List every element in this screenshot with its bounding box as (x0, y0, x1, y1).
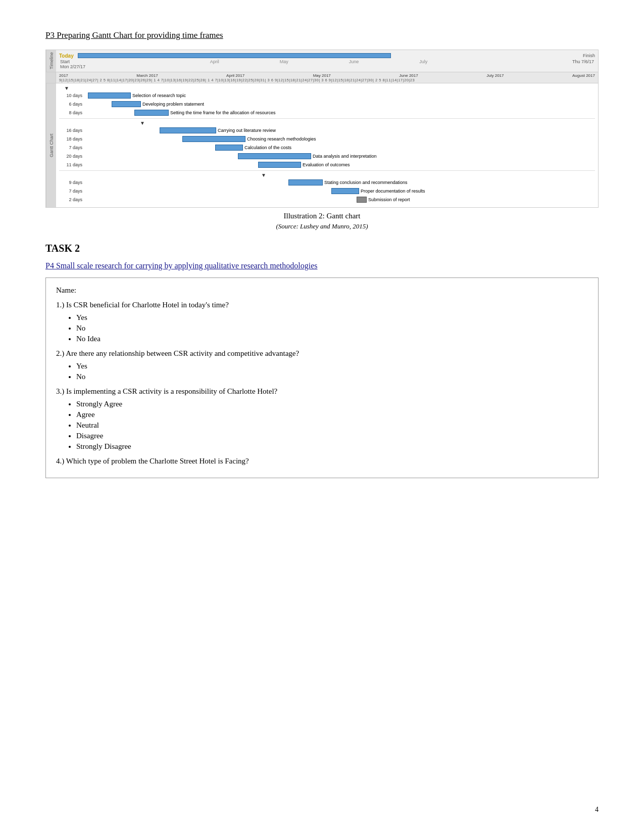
q1-opt-1: Yes (76, 313, 588, 322)
month-may: May (280, 59, 288, 69)
q2-opt-1: Yes (76, 362, 588, 370)
task-2-name: Developing problem statement (142, 102, 204, 107)
task-11-bar (357, 197, 367, 203)
task-row-1: 10 days Selection of research topic (59, 92, 595, 99)
task-8-bar (258, 162, 301, 168)
q4-number: 4.) (56, 457, 64, 465)
task-1-name: Selection of research topic (132, 93, 186, 98)
q3-opt-5: Strongly Disagree (76, 442, 588, 451)
gantt-arrow-mid: ▼ (59, 120, 595, 126)
task-3-bar (134, 110, 169, 116)
source-caption: (Source: Lushey and Munro, 2015) (45, 222, 599, 230)
task-5-days: 18 days (59, 136, 82, 142)
year-label: 2017 (59, 73, 68, 78)
q3-opt-1: Strongly Agree (76, 400, 588, 408)
gantt-separator-1 (59, 118, 595, 119)
month-april: April (210, 59, 219, 69)
start-date: Start Mon 2/27/17 (60, 59, 85, 69)
illustration-caption: Illustration 2: Gantt chart (45, 212, 599, 220)
july-header: July 2017 (486, 73, 504, 78)
q1-opt-3: No Idea (76, 335, 588, 343)
task-row-4: 16 days Carrying out literature review (59, 127, 595, 133)
gantt-header: Timeline Today Finish Start Mon 2/27/17 … (46, 50, 598, 72)
august-header: August 2017 (572, 73, 595, 78)
question-2: 2.) Are there any relationship between C… (56, 349, 588, 358)
task-row-9: 9 days Stating conclusion and recommenda… (59, 179, 595, 186)
task-1-days: 10 days (59, 93, 82, 98)
task-6-bar (215, 145, 243, 151)
task-6-days: 7 days (59, 145, 82, 150)
gantt-arrow-lower: ▼ (59, 172, 595, 178)
question-3: 3.) Is implementing a CSR activity is a … (56, 387, 588, 396)
question-1: 1.) Is CSR beneficial for Charlotte Hote… (56, 301, 588, 309)
timeline-side-label: Timeline (46, 50, 56, 72)
q1-text: Is CSR beneficial for Charlotte Hotel in… (66, 301, 229, 309)
month-july: July (419, 59, 427, 69)
page-number: 4 (595, 806, 599, 814)
task-row-3: 8 days Setting the time frame for the al… (59, 110, 595, 116)
task-row-11: 2 days Submission of report (59, 197, 595, 203)
task2-heading: TASK 2 (45, 243, 599, 254)
q1-options: Yes No No Idea (76, 313, 588, 343)
gantt-chart-label: Gantt Chart (46, 83, 56, 207)
task-10-bar (331, 188, 359, 194)
p4-heading: P4 Small scale research for carrying by … (45, 261, 599, 270)
march-header: March 2017 (136, 73, 158, 78)
finish-label: Finish (583, 53, 595, 58)
task-11-name: Submission of report (368, 197, 410, 202)
task-4-name: Carrying out literature review (218, 128, 276, 133)
question-4: 4.) Which type of problem the Charlotte … (56, 457, 588, 466)
task-6-name: Calculation of the costs (244, 145, 291, 150)
task-9-days: 9 days (59, 180, 82, 185)
q4-text: Which type of problem the Charlotte Stre… (66, 457, 249, 465)
q2-opt-2: No (76, 373, 588, 381)
april-header: April 2017 (226, 73, 244, 78)
task-9-bar (288, 179, 323, 186)
q3-opt-4: Disagree (76, 432, 588, 440)
page-content: P3 Preparing Gantt Chart for providing t… (45, 30, 599, 478)
q3-opt-2: Agree (76, 410, 588, 419)
task-row-2: 6 days Developing problem statement (59, 101, 595, 107)
gantt-tasks-area: ▼ 10 days Selection of research topic 6 … (56, 83, 598, 207)
gantt-arrow-top: ▼ (59, 85, 595, 91)
task-10-days: 7 days (59, 189, 82, 194)
task-9-name: Stating conclusion and recommendations (324, 180, 408, 185)
q3-options: Strongly Agree Agree Neutral Disagree St… (76, 400, 588, 451)
task-10-name: Proper documentation of results (361, 189, 425, 194)
task-4-bar (160, 127, 216, 133)
task-2-days: 6 days (59, 102, 82, 107)
gantt-header-inner: Today Finish Start Mon 2/27/17 April May… (56, 50, 598, 72)
q3-text: Is implementing a CSR activity is a resp… (66, 387, 277, 395)
survey-box: Name: 1.) Is CSR beneficial for Charlott… (45, 277, 599, 478)
task-4-days: 16 days (59, 128, 82, 133)
task-row-6: 7 days Calculation of the costs (59, 145, 595, 151)
finish-date: Thu 7/6/17 (572, 59, 594, 69)
task-11-days: 2 days (59, 197, 82, 202)
task-7-name: Data analysis and interpretation (313, 154, 377, 159)
q1-number: 1.) (56, 301, 64, 309)
task-row-8: 11 days Evaluation of outcomes (59, 162, 595, 168)
q2-number: 2.) (56, 349, 64, 357)
task-row-5: 18 days Choosing research methodologies (59, 136, 595, 142)
timeline-progress-bar (78, 53, 391, 58)
june-header: June 2017 (399, 73, 418, 78)
q1-opt-2: No (76, 324, 588, 333)
task-row-7: 20 days Data analysis and interpretation (59, 153, 595, 159)
task-7-bar (238, 153, 311, 159)
may-header: May 2017 (313, 73, 331, 78)
task-8-days: 11 days (59, 162, 82, 167)
gantt-dates-inner: 2017 March 2017 April 2017 May 2017 June… (56, 73, 598, 82)
task-1-bar (88, 92, 131, 99)
task-5-bar (182, 136, 245, 142)
gantt-body: Gantt Chart ▼ 10 days Selection of resea… (46, 83, 598, 207)
task-2-bar (112, 101, 141, 107)
q3-opt-3: Neutral (76, 421, 588, 430)
task-5-name: Choosing research methodologies (247, 136, 316, 142)
today-label: Today (59, 53, 74, 59)
q2-text: Are there any relationship between CSR a… (66, 349, 299, 357)
q3-number: 3.) (56, 387, 64, 395)
task-3-name: Setting the time frame for the allocatio… (170, 110, 276, 115)
task-3-days: 8 days (59, 110, 82, 115)
month-june: June (349, 59, 359, 69)
gantt-dates-header: 2017 March 2017 April 2017 May 2017 June… (46, 72, 598, 83)
